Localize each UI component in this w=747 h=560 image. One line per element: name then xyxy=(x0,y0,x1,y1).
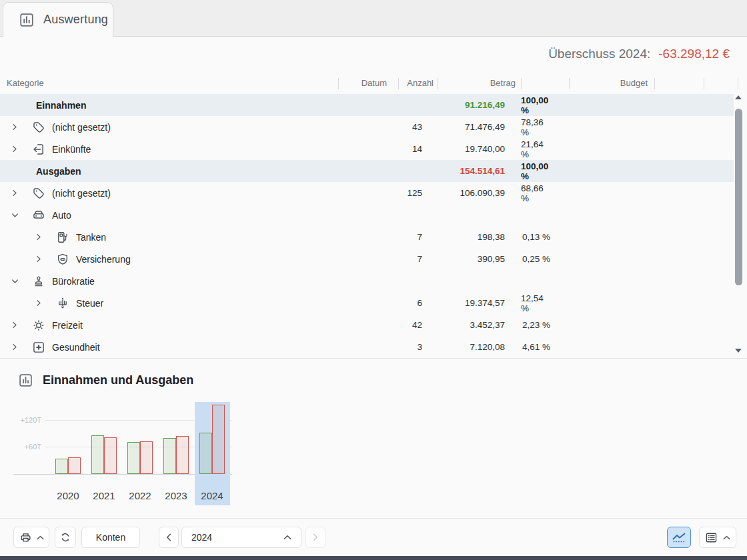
bar-einnahmen-2023[interactable] xyxy=(163,438,176,474)
sync-button[interactable] xyxy=(55,527,76,548)
car-icon xyxy=(32,209,45,222)
column-kategorie[interactable]: Kategorie xyxy=(7,78,44,88)
chevron-right-icon[interactable] xyxy=(33,255,44,263)
chevron-down-icon[interactable] xyxy=(9,212,20,219)
year-dropdown[interactable]: 2024 xyxy=(181,527,301,548)
column-betrag[interactable]: Betrag xyxy=(442,78,516,88)
category-label: Auto xyxy=(52,210,71,221)
column-separator[interactable] xyxy=(704,78,704,89)
chevron-right-icon[interactable] xyxy=(33,299,44,307)
konten-button[interactable]: Konten xyxy=(81,527,140,548)
column-separator[interactable] xyxy=(398,78,399,89)
table-row-freizeit[interactable]: Freizeit 42 3.452,37 2,23 % xyxy=(0,314,734,336)
category-label: Ausgaben xyxy=(7,166,81,177)
table-row-auto[interactable]: Auto xyxy=(0,204,734,226)
bar-ausgaben-2020[interactable] xyxy=(68,457,81,474)
percent-value: 100,00 % xyxy=(521,94,569,116)
bar-group-2021[interactable]: 2021 xyxy=(87,402,122,505)
chevron-right-icon[interactable] xyxy=(9,123,20,131)
previous-year-button[interactable] xyxy=(159,527,179,548)
bar-group-2022[interactable]: 2022 xyxy=(123,402,158,505)
anzahl-value: 6 xyxy=(398,292,438,314)
betrag-value: 19.740,00 xyxy=(438,138,521,160)
bar-ausgaben-2023[interactable] xyxy=(176,436,189,474)
tab-bar: Auswertung xyxy=(0,0,747,37)
betrag-value: 3.452,37 xyxy=(438,314,521,336)
bar-einnahmen-2022[interactable] xyxy=(127,442,140,474)
table-row-tanken[interactable]: Tanken 7 198,38 0,13 % xyxy=(0,226,734,248)
column-separator[interactable] xyxy=(654,78,655,89)
print-button[interactable] xyxy=(13,527,49,548)
table-row-nicht-gesetzt[interactable]: (nicht gesetzt) 43 71.476,49 78,36 % xyxy=(0,116,734,138)
budget-value xyxy=(569,94,654,116)
chevron-down-icon[interactable] xyxy=(9,278,20,285)
category-label: (nicht gesetzt) xyxy=(52,122,111,133)
bar-einnahmen-2021[interactable] xyxy=(91,435,104,474)
bar-group-2023[interactable]: 2023 xyxy=(159,402,194,505)
chevron-right-icon[interactable] xyxy=(9,189,20,197)
column-separator[interactable] xyxy=(438,78,438,89)
anzahl-value: 7 xyxy=(398,226,438,248)
table-row-steuer[interactable]: Steuer 6 19.374,57 12,54 % xyxy=(0,292,734,314)
percent-value: 0,25 % xyxy=(521,248,569,270)
budget-value xyxy=(569,314,654,336)
column-budget[interactable]: Budget xyxy=(574,78,648,88)
table-row-einnahmen[interactable]: Einnahmen 91.216,49 100,00 % xyxy=(0,94,734,116)
bar-einnahmen-2024[interactable] xyxy=(199,433,212,474)
percent-value: 0,13 % xyxy=(521,226,569,248)
chart-section-header: Einnahmen und Ausgaben xyxy=(19,373,193,387)
bar-year-label: 2020 xyxy=(51,490,86,501)
budget-value xyxy=(569,336,654,358)
betrag-value: 198,38 xyxy=(438,226,521,248)
category-label: Gesundheit xyxy=(52,342,100,353)
chevron-right-icon xyxy=(313,533,318,541)
bar-year-label: 2022 xyxy=(123,490,158,501)
line-chart-icon xyxy=(671,531,687,544)
table-row-ausgaben[interactable]: Ausgaben 154.514,61 100,00 % xyxy=(0,160,734,182)
chevron-right-icon[interactable] xyxy=(9,321,20,329)
column-separator[interactable] xyxy=(738,78,738,89)
percent-value: 100,00 % xyxy=(521,160,569,182)
table-row-nicht-gesetzt[interactable]: (nicht gesetzt) 125 106.090,39 68,66 % xyxy=(0,182,734,204)
chevron-right-icon[interactable] xyxy=(9,343,20,351)
bar-group-2024[interactable]: 2024 xyxy=(195,402,230,505)
tab-auswertung[interactable]: Auswertung xyxy=(3,2,113,37)
anzahl-value: 14 xyxy=(398,138,438,160)
table-row-gesundheit[interactable]: Gesundheit 3 7.120,08 4,61 % xyxy=(0,336,734,358)
list-view-button[interactable] xyxy=(699,527,736,548)
chevron-right-icon[interactable] xyxy=(9,145,20,153)
scrollbar-thumb[interactable] xyxy=(735,109,742,285)
bar-ausgaben-2024[interactable] xyxy=(212,405,225,474)
column-anzahl[interactable]: Anzahl xyxy=(374,78,434,88)
bar-ausgaben-2022[interactable] xyxy=(140,441,153,474)
vertical-scrollbar[interactable] xyxy=(734,93,744,358)
eagle-icon xyxy=(56,297,69,310)
bar-group-2020[interactable]: 2020 xyxy=(51,402,86,505)
triangle-down-icon xyxy=(735,349,742,353)
table-row-einkuenfte[interactable]: Einkünfte 14 19.740,00 21,64 % xyxy=(0,138,734,160)
column-separator[interactable] xyxy=(569,78,570,89)
budget-value xyxy=(569,248,654,270)
column-separator[interactable] xyxy=(521,78,522,89)
column-separator[interactable] xyxy=(338,78,339,89)
scroll-down-button[interactable] xyxy=(735,349,742,355)
bar-einnahmen-2020[interactable] xyxy=(55,459,68,474)
category-label: Tanken xyxy=(76,232,106,243)
chart-view-toggle[interactable] xyxy=(667,527,691,548)
chevron-right-icon[interactable] xyxy=(33,233,44,241)
medical-cross-icon xyxy=(32,341,45,354)
bar-ausgaben-2021[interactable] xyxy=(104,437,117,474)
table-row-buerokratie[interactable]: Bürokratie xyxy=(0,270,734,292)
category-label: Freizeit xyxy=(52,320,83,331)
next-year-button-disabled[interactable] xyxy=(305,527,325,548)
percent-value: 68,66 % xyxy=(521,182,569,204)
chevron-up-icon xyxy=(283,535,291,540)
scroll-up-button[interactable] xyxy=(735,95,742,102)
printer-icon xyxy=(19,531,32,544)
triangle-up-icon xyxy=(735,95,742,99)
sun-icon xyxy=(32,319,45,332)
app-window: Auswertung Überschuss 2024: -63.298,12 €… xyxy=(0,0,747,560)
table-row-versicherung[interactable]: Versicherung 7 390,95 0,25 % xyxy=(0,248,734,270)
percent-value: 21,64 % xyxy=(521,138,569,160)
anzahl-value: 7 xyxy=(398,248,438,270)
